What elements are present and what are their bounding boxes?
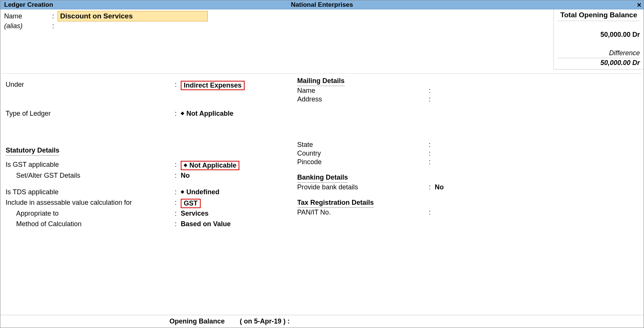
include-assessable-label: Include in assessable value calculation … [6,199,175,208]
divider [2,73,642,74]
banking-details-head: Banking Details [297,174,348,183]
method-calc-label: Method of Calculation [6,220,175,229]
colon: : [175,188,181,197]
colon: : [175,81,181,90]
appropriate-to-value[interactable]: Services [181,210,209,219]
colon: : [429,209,435,216]
close-icon[interactable]: × [637,1,641,9]
statutory-details-head: Statutory Details [6,147,59,156]
colon: : [429,150,435,157]
include-assessable-value[interactable]: GST [181,199,201,208]
difference-value: 50,000.00 Dr [558,59,640,67]
colon: : [429,158,435,166]
method-calc-value[interactable]: Based on Value [181,220,231,229]
left-column: Under : Indirect Expenses Type of Ledger… [6,81,287,231]
content-area: Name : Discount on Services (alias) : To… [0,9,644,328]
colon: : [52,22,57,30]
opening-balance-panel: Total Opening Balance 50,000.00 Dr Diffe… [553,9,644,70]
opening-balance-title: Total Opening Balance [558,11,640,21]
screen-title: Ledger Creation [0,1,53,9]
mailing-details-head: Mailing Details [297,77,345,86]
ledger-name-input[interactable]: Discount on Services [57,11,208,21]
colon: : [175,172,181,181]
colon: : [429,95,435,103]
titlebar: Ledger Creation National Enterprises × [0,0,644,9]
pan-label: PAN/IT No. [297,209,429,216]
opening-balance-value: 50,000.00 Dr [558,31,640,39]
pincode-label: Pincode [297,158,429,166]
name-label: Name [4,12,52,20]
company-name: National Enterprises [291,1,353,9]
type-of-ledger-label: Type of Ledger [6,110,175,119]
under-value[interactable]: Indirect Expenses [181,81,245,90]
colon: : [175,199,181,208]
colon: : [175,220,181,229]
difference-label: Difference [558,49,640,58]
tds-applicable-value[interactable]: Undefined [181,188,219,197]
colon: : [175,161,181,170]
ledger-name-block: Name : Discount on Services (alias) : [4,11,215,31]
colon: : [175,110,181,119]
under-label: Under [6,81,175,90]
colon: : [52,12,57,20]
tds-applicable-label: Is TDS applicable [6,188,175,197]
state-label: State [297,141,429,149]
mailing-name-label: Name [297,87,429,95]
address-label: Address [297,95,429,103]
colon: : [175,210,181,219]
opening-balance-label: Opening Balance [169,317,225,325]
appropriate-to-label: Appropriate to [6,210,175,219]
opening-balance-date: ( on 5-Apr-19 ) : [240,317,290,325]
colon: : [429,141,435,149]
gst-applicable-label: Is GST applicable [6,161,175,170]
gst-applicable-value[interactable]: Not Applicable [181,161,239,170]
colon: : [429,87,435,95]
set-alter-gst-value[interactable]: No [181,172,190,181]
tax-registration-head: Tax Registration Details [297,199,374,208]
country-label: Country [297,150,429,157]
type-of-ledger-value[interactable]: Not Applicable [181,110,233,119]
alias-label: (alias) [4,22,52,30]
opening-balance-bar: Opening Balance ( on 5-Apr-19 ) : [0,315,644,325]
provide-bank-value[interactable]: No [435,183,444,191]
set-alter-gst-label: Set/Alter GST Details [6,172,175,181]
provide-bank-label: Provide bank details [297,183,429,191]
colon: : [429,183,435,191]
right-column: Mailing Details Name : Address : State :… [297,77,538,217]
